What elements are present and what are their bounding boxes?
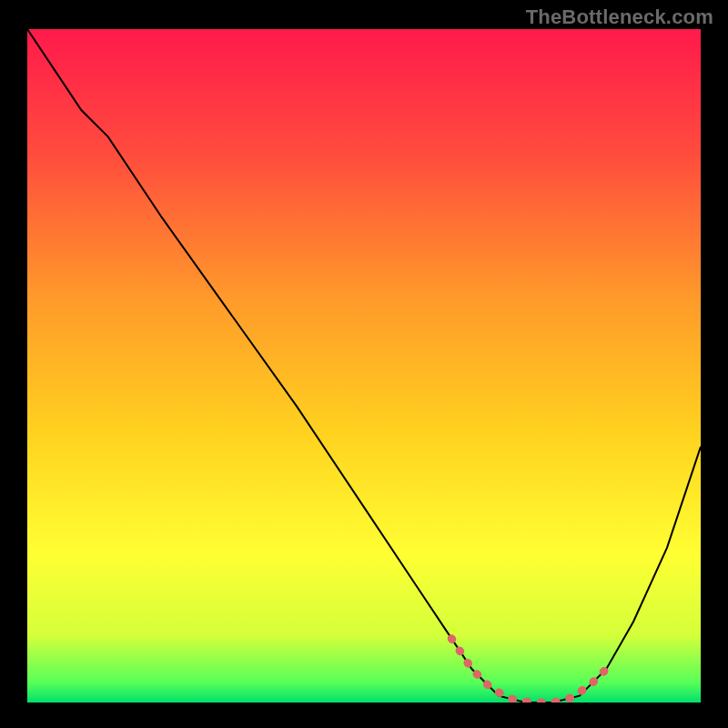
plot-container <box>27 29 701 703</box>
watermark-text: TheBottleneck.com <box>526 5 713 29</box>
gradient-bg <box>27 29 701 703</box>
chart-svg <box>27 29 701 703</box>
